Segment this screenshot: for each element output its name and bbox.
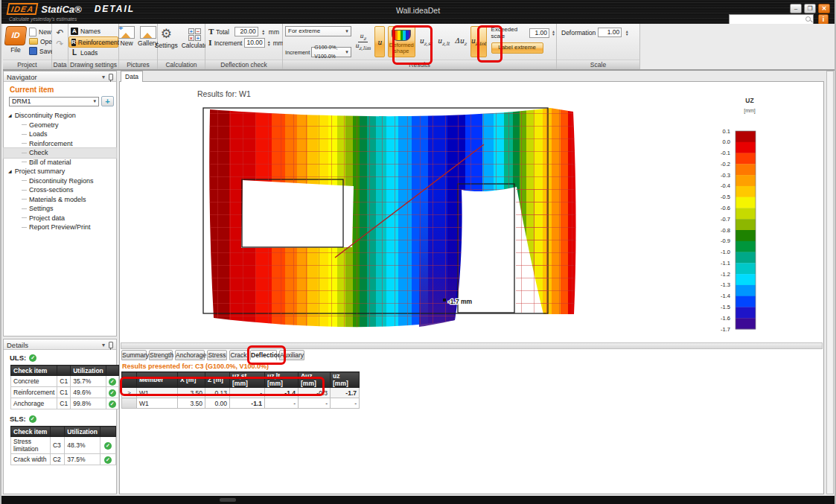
tree-expander-icon[interactable]: ◢ — [8, 167, 12, 176]
extreme-marker — [443, 299, 446, 302]
ribbon-group-drawing-settings: ANames RReinforcement LLoads Drawing set… — [68, 24, 119, 69]
file-button[interactable]: ID File — [5, 24, 26, 60]
column-header-member: Member — [137, 372, 178, 388]
column-header-uz-mm: Δuz [mm] — [299, 372, 331, 388]
extreme-dropdown[interactable]: For extreme▾ — [285, 26, 351, 36]
tab-crack[interactable]: Crack — [229, 350, 248, 360]
uz-tot-button[interactable]: uz,tot — [470, 26, 487, 57]
row-selector[interactable] — [122, 398, 137, 409]
uz-st-button[interactable]: uz,st — [418, 26, 433, 57]
tree-item-check[interactable]: Check — [4, 148, 116, 158]
utilization-row-stress-limitation: Stress limitationC348.3%✓ — [11, 437, 116, 454]
add-item-button[interactable]: + — [101, 96, 114, 106]
utilization-row-reinforcement: ReinforcementC149.6%✓ — [11, 387, 119, 398]
deformation-scale-input[interactable]: 1.00 — [598, 28, 622, 37]
navigator-header: Navigator ▾ — [4, 71, 116, 82]
svg-text:-1.3: -1.3 — [721, 281, 730, 288]
exceeded-scale-input[interactable]: 1.00 — [529, 28, 549, 38]
panel-menu-icon[interactable]: ▾ — [102, 74, 105, 80]
close-button[interactable]: ✕ — [818, 4, 830, 13]
deformation-scale-spinner[interactable]: ▲▼ — [624, 30, 630, 36]
pin-icon[interactable] — [109, 342, 113, 348]
tab-data[interactable]: Data — [121, 71, 143, 82]
svg-text:-0.3: -0.3 — [721, 172, 730, 179]
tree-item-cross-sections[interactable]: Cross-sections — [4, 185, 116, 195]
tree-expander-icon[interactable]: ◢ — [8, 111, 12, 121]
names-toggle[interactable]: ANames — [68, 26, 118, 36]
svg-text:-1.6: -1.6 — [721, 315, 730, 322]
tab-strength[interactable]: Strength — [149, 350, 173, 360]
svg-text:-0.8: -0.8 — [721, 227, 730, 234]
calculate-icon: +−×+ — [188, 28, 201, 41]
u-button[interactable]: u — [374, 26, 385, 57]
info-button[interactable]: i — [818, 14, 829, 25]
idea-file-icon: ID — [4, 26, 28, 45]
increment-input[interactable]: 10.00 — [244, 38, 264, 48]
uz-lt-button[interactable]: uz,lt — [436, 26, 451, 57]
delta-uz-button[interactable]: Δuz — [454, 26, 468, 57]
settings-button[interactable]: ⚙Settings — [155, 24, 178, 60]
svg-text:-1.7: -1.7 — [721, 326, 730, 333]
tree-item-discontinuity-regions[interactable]: Discontinuity Regions — [4, 176, 116, 186]
right-splitter[interactable] — [826, 71, 834, 494]
redo-button[interactable]: ↷ — [56, 39, 63, 48]
ribbon-group-data: ↶ ↷ Data — [52, 24, 68, 69]
tree-item-project-data[interactable]: Project data — [4, 214, 116, 223]
tree-item-reinforcement[interactable]: Reinforcement — [4, 139, 116, 149]
picture-new-button[interactable]: New — [118, 24, 135, 60]
search-input[interactable] — [729, 14, 814, 25]
row-selector[interactable]: > — [122, 388, 137, 398]
tab-deflection[interactable]: Deflection — [250, 350, 277, 360]
horizontal-splitter[interactable] — [121, 342, 823, 349]
chevron-down-icon: ▾ — [93, 98, 96, 104]
tree-item-discontinuity-region[interactable]: ◢Discontinuity Region — [4, 111, 116, 121]
tab-stress[interactable]: Stress — [207, 350, 227, 360]
current-item-dropdown[interactable]: DRM1 ▾ — [9, 97, 99, 106]
loads-icon: L — [71, 49, 78, 57]
svg-text:-0.2: -0.2 — [721, 161, 730, 168]
svg-text:-0.6: -0.6 — [721, 205, 730, 211]
loads-toggle[interactable]: LLoads — [68, 48, 118, 58]
tab-summary[interactable]: Summary — [121, 350, 147, 360]
plot-title: Results for: W1 — [197, 89, 251, 98]
chevron-down-icon: ▾ — [345, 48, 348, 57]
exceeded-scale-spinner[interactable]: ▲▼ — [551, 30, 556, 36]
tree-item-project-summary[interactable]: ◢Project summary — [4, 167, 116, 176]
current-item-label: Current item — [4, 82, 116, 96]
tree-item-materials-models[interactable]: Materials & models — [4, 195, 116, 205]
table-row[interactable]: >W13.500.13--1.4-0.3-1.7 — [122, 388, 360, 398]
deformed-shape-icon — [392, 30, 411, 41]
chevron-down-icon: ▾ — [345, 27, 348, 36]
label-extreme-button[interactable]: Label extreme — [491, 42, 543, 54]
panel-menu-icon[interactable]: ▾ — [102, 342, 105, 348]
tree-item-settings[interactable]: Settings — [4, 204, 116, 214]
tab-anchorage[interactable]: Anchorage — [175, 350, 205, 360]
table-row[interactable]: W13.500.00-1.1--- — [122, 398, 360, 409]
increment-combination-dropdown[interactable]: G100.0%, V100.0%▾ — [311, 47, 351, 57]
svg-text:-1.1: -1.1 — [721, 260, 730, 267]
tab-auxiliary[interactable]: Auxiliary — [279, 350, 304, 360]
tree-item-geometry[interactable]: Geometry — [4, 121, 116, 130]
deformed-shape-button[interactable]: Deformed shape — [388, 26, 416, 57]
total-input[interactable]: 20.00 — [234, 27, 258, 36]
pin-icon[interactable] — [109, 74, 113, 80]
total-spinner[interactable]: ▲▼ — [261, 29, 267, 35]
maximize-button[interactable]: ❐ — [804, 4, 816, 13]
tree-item-loads[interactable]: Loads — [4, 130, 116, 139]
group-label-pictures: Pictures — [119, 60, 157, 69]
reinforcement-toggle[interactable]: RReinforcement — [68, 36, 118, 48]
results-caption: Results presented for: C3 (G100.0%, V100… — [122, 363, 269, 370]
deformation-plot: Results for: W1 -1.7 mm — [120, 82, 823, 342]
increment-spinner[interactable]: ▲▼ — [267, 40, 271, 46]
column-header-x-m: X [m] — [178, 372, 205, 388]
ribbon-group-scale: Deformation 1.00 ▲▼ Scale — [557, 24, 640, 69]
calculate-button[interactable]: +−×+ Calculate — [182, 24, 208, 60]
tree-item-bill-of-material[interactable]: Bill of material — [4, 158, 116, 168]
tree-item-report-preview-print[interactable]: Report Preview/Print — [4, 223, 116, 232]
svg-text:-0.5: -0.5 — [721, 194, 730, 200]
undo-button[interactable]: ↶ — [56, 28, 63, 37]
uz-ratio-button[interactable]: uz uz,lim — [354, 26, 371, 57]
minimize-button[interactable]: – — [790, 4, 802, 13]
total-icon: T — [208, 28, 214, 36]
utilization-table: Check itemUtilizationStress limitationC3… — [10, 426, 116, 465]
